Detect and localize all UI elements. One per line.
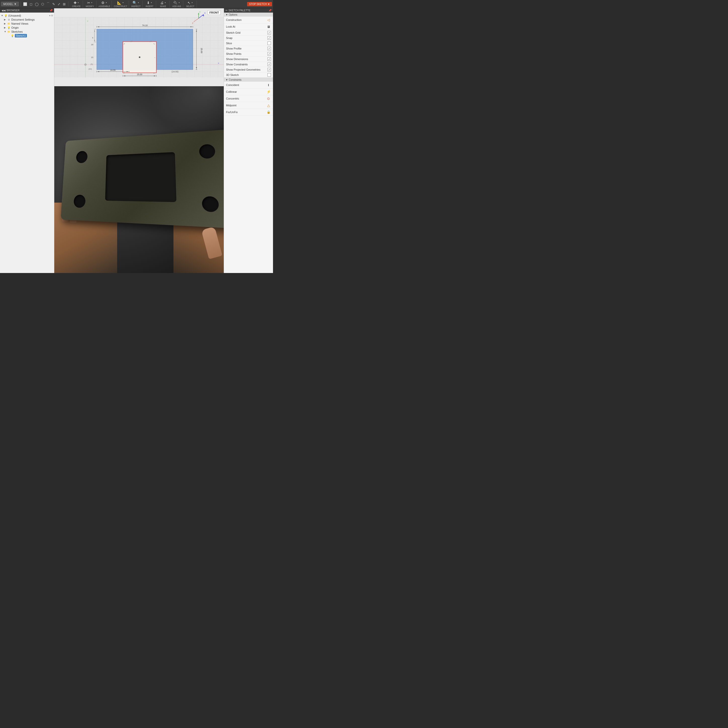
sketch-tool-icon-1[interactable]: ⬜ bbox=[22, 2, 28, 6]
show-points-label: Show Points bbox=[226, 52, 241, 55]
addins-icon: 🔌 bbox=[173, 1, 177, 5]
tree-icon-sketches: 📁 bbox=[7, 30, 11, 34]
create-label: CREATE bbox=[72, 5, 81, 8]
sketch-tool-icon-7[interactable]: ⤢ bbox=[57, 2, 61, 6]
tree-label-doc-settings: Document Settings bbox=[11, 18, 35, 21]
svg-text:(24.55): (24.55) bbox=[172, 70, 179, 73]
select-menu[interactable]: ↖ ▼ SELECT bbox=[184, 0, 197, 8]
modify-icon: ✂ bbox=[87, 1, 90, 5]
show-points-checkbox[interactable]: ✓ bbox=[268, 52, 271, 55]
model-label: MODEL bbox=[3, 3, 13, 6]
svg-text:X: X bbox=[218, 62, 219, 64]
addins-menu[interactable]: 🔌 ▼ ADD-INS bbox=[170, 0, 183, 8]
svg-point-10 bbox=[139, 56, 140, 58]
midpoint-icon[interactable]: △ bbox=[266, 103, 271, 108]
sketch-grid-checkbox[interactable]: ✓ bbox=[268, 31, 271, 34]
main-toolbar: MODEL ▼ ⬜ ◻ ◯ ⬡ ⌒ ✎ ⤢ ⊞ ✚ ▼ CREATE ✂ ▼ M… bbox=[0, 0, 273, 8]
browser-title: BROWSER bbox=[6, 9, 20, 12]
constraint-row-concentric: Concentric ⊙ bbox=[224, 95, 273, 102]
svg-line-62 bbox=[199, 14, 203, 18]
tree-arrow-sketch1 bbox=[8, 34, 11, 37]
browser-panel: ◀◀ BROWSER 📌 ▼ 💡 (Unsaved) ● ⚙ ▶ ⚙ Docum… bbox=[0, 8, 54, 273]
assemble-label: ASSEMBLE bbox=[99, 5, 110, 8]
midpoint-label: Midpoint bbox=[226, 104, 237, 107]
slice-checkbox[interactable] bbox=[268, 41, 271, 45]
coincident-icon[interactable]: I bbox=[266, 83, 271, 87]
sketch1-label: Sketch1 bbox=[15, 34, 27, 37]
cad-view[interactable]: 74.10 25.00 25.00 bbox=[54, 8, 224, 86]
inspect-menu[interactable]: 🔍 ▼ INSPECT bbox=[130, 0, 142, 8]
palette-pin-icon[interactable]: 📌 bbox=[268, 9, 271, 12]
show-projected-checkbox[interactable]: ✓ bbox=[268, 68, 271, 71]
tree-item-unsaved[interactable]: ▼ 💡 (Unsaved) ● ⚙ bbox=[0, 14, 54, 18]
svg-text:5: 5 bbox=[92, 37, 93, 39]
svg-text:↗: ↗ bbox=[97, 31, 99, 33]
svg-text:25.00: 25.00 bbox=[137, 73, 142, 76]
tree-item-sketches[interactable]: ▼ 📁 Sketches bbox=[0, 30, 54, 34]
tree-arrow-origin: ▶ bbox=[4, 26, 7, 29]
options-section-header[interactable]: ▼ Options bbox=[224, 12, 273, 17]
svg-text:25.00: 25.00 bbox=[200, 48, 203, 54]
insert-menu[interactable]: ⬇ ▼ INSERT bbox=[143, 0, 156, 8]
palette-row-show-dimensions: Show Dimensions ✓ bbox=[224, 57, 273, 62]
construction-icon[interactable]: ◁ bbox=[266, 17, 271, 22]
tree-item-sketch1[interactable]: 💡 Sketch1 bbox=[0, 34, 54, 38]
concentric-icon[interactable]: ⊙ bbox=[266, 96, 271, 101]
create-menu[interactable]: ✚ ▼ CREATE bbox=[70, 0, 83, 8]
construct-menu[interactable]: 📐 ▼ CONSTRUCT bbox=[112, 0, 129, 8]
make-arrow: ▼ bbox=[164, 2, 166, 3]
show-dimensions-checkbox[interactable]: ✓ bbox=[268, 57, 271, 61]
svg-text:24.55: 24.55 bbox=[110, 69, 116, 71]
unsaved-settings-icon[interactable]: ⚙ bbox=[51, 14, 53, 17]
fix-unfix-icon[interactable]: 🔒 bbox=[266, 110, 271, 115]
3d-sketch-checkbox[interactable] bbox=[268, 73, 271, 76]
sketch-grid-label: Sketch Grid bbox=[226, 31, 240, 34]
look-at-icon[interactable]: 🖥 bbox=[266, 24, 271, 29]
svg-text:74.10: 74.10 bbox=[142, 24, 148, 27]
palette-title: SKETCH PALETTE bbox=[228, 9, 250, 12]
palette-row-construction: Construction ◁ bbox=[224, 17, 273, 23]
show-profile-checkbox[interactable]: ✓ bbox=[268, 47, 271, 50]
snap-checkbox[interactable]: ✓ bbox=[268, 36, 271, 40]
stop-sketch-button[interactable]: STOP SKETCH ▼ bbox=[247, 2, 272, 6]
svg-text:X: X bbox=[204, 12, 206, 14]
sketch-tool-icon-2[interactable]: ◻ bbox=[29, 2, 34, 6]
svg-text:→: → bbox=[120, 56, 122, 59]
printed-part bbox=[61, 129, 224, 229]
tree-arrow-unsaved: ▼ bbox=[1, 14, 4, 17]
tree-arrow-named-views: ▶ bbox=[4, 22, 7, 25]
sketch-tool-icon-8[interactable]: ⊞ bbox=[62, 2, 67, 6]
assemble-menu[interactable]: ⚙ ▼ ASSEMBLE bbox=[97, 0, 112, 8]
make-menu[interactable]: 🖨 ▼ MAKE bbox=[157, 0, 170, 8]
constraints-section-header[interactable]: ▼ Constraints bbox=[224, 78, 273, 82]
look-at-label: Look At bbox=[226, 25, 235, 28]
sketch-tool-icon-6[interactable]: ✎ bbox=[51, 2, 56, 6]
create-icon: ✚ bbox=[73, 1, 76, 5]
tree-item-named-views[interactable]: ▶ 📁 Named Views bbox=[0, 21, 54, 26]
collinear-icon[interactable]: ⚡ bbox=[266, 89, 271, 94]
tree-item-doc-settings[interactable]: ▶ ⚙ Document Settings bbox=[0, 18, 54, 21]
show-constraints-checkbox[interactable]: ✓ bbox=[268, 63, 271, 66]
constraint-row-collinear: Collinear ⚡ bbox=[224, 89, 273, 95]
browser-collapse-icon[interactable]: ◀◀ bbox=[2, 9, 6, 12]
palette-row-snap: Snap ✓ bbox=[224, 35, 273, 41]
palette-icon: ✏ bbox=[225, 9, 228, 12]
sketch-tool-icon-5[interactable]: ⌒ bbox=[46, 1, 51, 7]
front-label-text: FRONT bbox=[210, 11, 219, 14]
sketch-tool-icon-4[interactable]: ⬡ bbox=[40, 2, 45, 6]
tree-item-origin[interactable]: ▶ 💡 Origin bbox=[0, 26, 54, 30]
sketch-tool-icon-3[interactable]: ◯ bbox=[34, 2, 40, 6]
concentric-label: Concentric bbox=[226, 97, 239, 100]
model-button[interactable]: MODEL ▼ bbox=[1, 2, 19, 6]
palette-row-look-at: Look At 🖥 bbox=[224, 23, 273, 30]
construct-arrow: ▼ bbox=[122, 2, 124, 3]
svg-text:↖: ↖ bbox=[191, 31, 192, 33]
show-dimensions-label: Show Dimensions bbox=[226, 58, 248, 61]
browser-pin-icon[interactable]: 📌 bbox=[49, 9, 52, 12]
tree-icon-named-views: 📁 bbox=[7, 22, 11, 25]
modify-menu[interactable]: ✂ ▼ MODIFY bbox=[83, 0, 96, 8]
assemble-icon: ⚙ bbox=[101, 1, 105, 5]
modify-arrow: ▼ bbox=[91, 2, 93, 3]
unsaved-dot: ● bbox=[49, 14, 50, 17]
browser-header: ◀◀ BROWSER 📌 bbox=[0, 8, 54, 12]
